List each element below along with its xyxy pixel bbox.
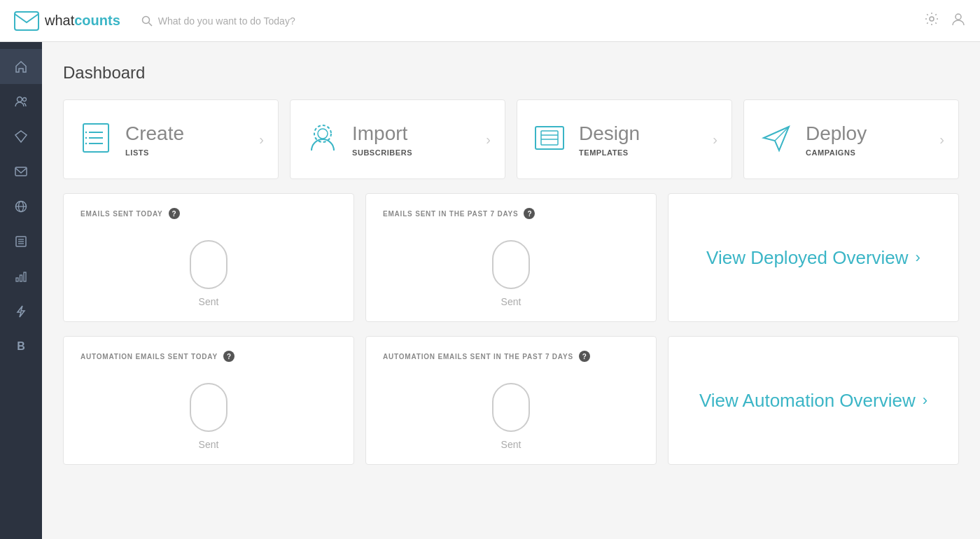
- view-deployed-overview-card[interactable]: View Deployed Overview ›: [668, 193, 959, 322]
- auto-7days-help[interactable]: ?: [579, 351, 590, 362]
- create-lists-card[interactable]: Create LISTS ›: [63, 99, 279, 179]
- svg-point-3: [930, 17, 934, 21]
- emails-today-header: EMAILS SENT TODAY ?: [80, 208, 337, 219]
- emails-7days-label: EMAILS SENT IN THE PAST 7 DAYS: [383, 210, 518, 218]
- svg-marker-7: [15, 131, 27, 142]
- settings-icon[interactable]: [924, 11, 939, 30]
- design-chevron: ›: [713, 132, 718, 148]
- create-lists-text: Create LISTS: [125, 122, 248, 157]
- logo-text: whatcounts: [45, 13, 120, 29]
- import-subscribers-icon: [304, 120, 341, 159]
- design-subtitle: TEMPLATES: [579, 148, 701, 157]
- svg-rect-16: [16, 278, 18, 281]
- logo-icon: [14, 11, 39, 31]
- emails-today-label: EMAILS SENT TODAY: [80, 210, 163, 218]
- deploy-title: Deploy: [806, 122, 928, 146]
- search-bar: [141, 15, 924, 27]
- svg-point-4: [955, 14, 961, 20]
- svg-rect-0: [15, 12, 38, 30]
- svg-marker-19: [18, 306, 24, 317]
- emails-7days-sent: Sent: [501, 296, 522, 307]
- view-automation-overview-card[interactable]: View Automation Overview ›: [668, 336, 959, 465]
- header: whatcounts: [0, 0, 980, 42]
- import-chevron: ›: [486, 132, 491, 148]
- emails-today-body: Sent: [80, 233, 337, 307]
- svg-rect-18: [24, 272, 26, 281]
- app-body: B Dashboard: [0, 42, 980, 539]
- stats-row-2: AUTOMATION EMAILS SENT TODAY ? Sent AUTO…: [63, 336, 959, 465]
- main-content: Dashboard Create: [42, 42, 980, 539]
- design-title: Design: [579, 122, 701, 146]
- auto-today-zero: [190, 383, 227, 432]
- list-icon: [14, 234, 28, 248]
- auto-emails-today-card: AUTOMATION EMAILS SENT TODAY ? Sent: [63, 336, 354, 465]
- emails-today-zero: [190, 240, 227, 289]
- create-subtitle: LISTS: [125, 148, 248, 157]
- sidebar: B: [0, 42, 42, 539]
- action-cards: Create LISTS › Import SUBSCRIBERS: [63, 99, 959, 179]
- deployed-overview-chevron: ›: [916, 248, 920, 267]
- sidebar-item-lightning[interactable]: [0, 294, 42, 329]
- sidebar-item-brand[interactable]: B: [0, 329, 42, 364]
- deploy-campaigns-card[interactable]: Deploy CAMPAIGNS ›: [743, 99, 959, 179]
- globe-icon: [14, 200, 28, 214]
- home-icon: [14, 59, 28, 74]
- emails-7days-body: Sent: [383, 233, 639, 307]
- lightning-icon: [14, 304, 28, 318]
- auto-7days-sent: Sent: [501, 439, 522, 450]
- deploy-chevron: ›: [939, 132, 944, 148]
- chart-icon: [14, 270, 28, 284]
- brand-label: B: [17, 340, 25, 353]
- logo[interactable]: whatcounts: [14, 11, 120, 31]
- sidebar-item-analytics[interactable]: [0, 259, 42, 294]
- import-title: Import: [352, 122, 475, 146]
- automation-overview-chevron: ›: [923, 391, 927, 410]
- auto-7days-body: Sent: [383, 376, 639, 450]
- deploy-campaigns-icon: [758, 120, 794, 159]
- user-icon[interactable]: [951, 11, 966, 30]
- sidebar-item-subscribers[interactable]: [0, 84, 42, 119]
- design-templates-icon: [531, 120, 568, 159]
- search-input[interactable]: [158, 15, 368, 27]
- auto-today-sent: Sent: [199, 439, 219, 450]
- import-subscribers-card[interactable]: Import SUBSCRIBERS ›: [290, 99, 505, 179]
- design-templates-card[interactable]: Design TEMPLATES ›: [517, 99, 732, 179]
- auto-7days-zero: [492, 383, 530, 432]
- emails-sent-today-card: EMAILS SENT TODAY ? Sent: [63, 193, 354, 322]
- emails-today-sent: Sent: [199, 296, 219, 307]
- emails-sent-7days-card: EMAILS SENT IN THE PAST 7 DAYS ? Sent: [365, 193, 657, 322]
- deploy-subtitle: CAMPAIGNS: [806, 148, 928, 157]
- emails-7days-header: EMAILS SENT IN THE PAST 7 DAYS ?: [383, 208, 639, 219]
- deploy-campaigns-text: Deploy CAMPAIGNS: [806, 122, 928, 157]
- sidebar-item-global[interactable]: [0, 189, 42, 224]
- auto-today-help[interactable]: ?: [223, 351, 234, 362]
- svg-point-28: [318, 129, 328, 139]
- design-templates-text: Design TEMPLATES: [579, 122, 701, 157]
- view-automation-overview-link: View Automation Overview: [699, 390, 916, 412]
- sidebar-item-home[interactable]: [0, 49, 42, 84]
- email-icon: [14, 164, 28, 178]
- create-lists-icon: [78, 120, 114, 159]
- view-deployed-overview-link: View Deployed Overview: [706, 247, 909, 269]
- search-icon: [141, 15, 153, 27]
- emails-7days-zero: [492, 240, 530, 289]
- sidebar-item-campaigns[interactable]: [0, 154, 42, 189]
- auto-today-label: AUTOMATION EMAILS SENT TODAY: [80, 353, 218, 360]
- emails-today-help[interactable]: ?: [169, 208, 180, 219]
- stats-row-1: EMAILS SENT TODAY ? Sent EMAILS SENT IN …: [63, 193, 959, 322]
- create-chevron: ›: [259, 132, 264, 148]
- sidebar-item-automation[interactable]: [0, 119, 42, 154]
- auto-7days-header: AUTOMATION EMAILS SENT IN THE PAST 7 DAY…: [383, 351, 639, 362]
- svg-rect-17: [20, 275, 22, 281]
- svg-rect-8: [15, 167, 27, 176]
- auto-today-header: AUTOMATION EMAILS SENT TODAY ?: [80, 351, 337, 362]
- svg-rect-29: [536, 127, 564, 149]
- svg-line-2: [148, 22, 152, 26]
- svg-point-5: [18, 97, 22, 102]
- svg-point-6: [23, 98, 27, 102]
- header-icons: [924, 11, 966, 30]
- sidebar-item-reports[interactable]: [0, 224, 42, 259]
- auto-today-body: Sent: [80, 376, 337, 450]
- emails-7days-help[interactable]: ?: [524, 208, 535, 219]
- people-icon: [14, 94, 28, 108]
